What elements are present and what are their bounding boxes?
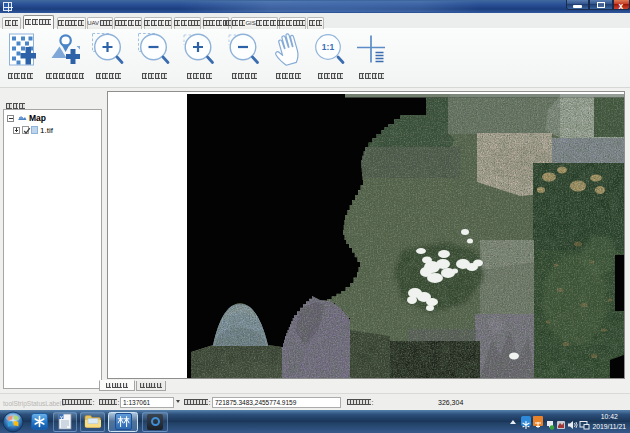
svg-text:1:1: 1:1 [322, 42, 335, 52]
